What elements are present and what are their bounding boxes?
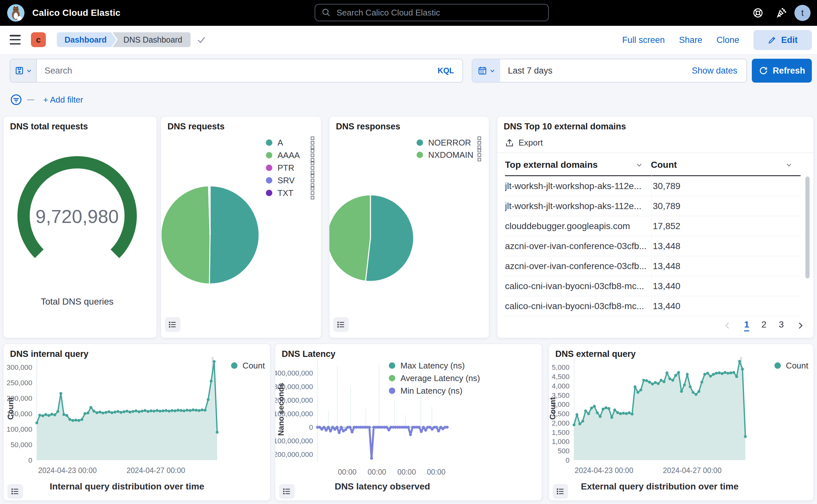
panel-dns-total-requests[interactable]: DNS total requests 9,720,980 Total DNS q… (3, 116, 157, 338)
table-header-row: Top external domains Count (505, 155, 801, 176)
table-row[interactable]: azcni-over-ivan-conference-03cfb... 13,4… (505, 256, 801, 276)
y-axis-title: Nano seconds (277, 383, 285, 436)
panel-list-button[interactable] (165, 317, 180, 332)
app-title: Calico Cloud Elastic (32, 0, 120, 26)
legend-actions-icon[interactable] (311, 136, 314, 149)
legend-actions-icon[interactable] (311, 187, 314, 199)
column-header-domains[interactable]: Top external domains (505, 160, 651, 170)
add-filter-button[interactable]: + Add filter (43, 95, 83, 105)
legend-item-Average Latency (ns)[interactable]: Average Latency (ns) (389, 373, 480, 384)
domain-cell: calico-cni-ivan-byocni-03cfb8-mc... (505, 301, 651, 311)
panel-list-button[interactable] (279, 484, 295, 499)
column-header-count[interactable]: Count (651, 160, 801, 170)
list-icon (337, 320, 346, 329)
legend-actions-icon[interactable] (478, 136, 481, 149)
legend-actions-icon[interactable] (311, 162, 314, 174)
domain-cell: azcni-over-ivan-conference-03cfb... (505, 241, 651, 251)
table-row[interactable]: calico-cni-ivan-byocni-03cfb8-mc... 13,4… (505, 276, 801, 296)
menu-button[interactable] (10, 35, 21, 45)
legend-label: AAAA (277, 150, 300, 160)
page-button-3[interactable]: 3 (779, 319, 784, 331)
legend-item-AAAA[interactable]: AAAA (266, 149, 314, 161)
space-avatar[interactable]: c (31, 32, 46, 47)
calico-logo-icon[interactable] (7, 4, 25, 22)
query-search-input[interactable] (37, 66, 429, 76)
page-button-2[interactable]: 2 (762, 319, 767, 331)
avatar[interactable]: t (794, 5, 811, 21)
pie-slice-AAAA[interactable] (161, 186, 210, 284)
refresh-icon (759, 66, 768, 76)
y-axis-tick: 1,500 (552, 428, 570, 437)
legend-actions-icon[interactable] (478, 149, 481, 161)
global-search-input[interactable] (336, 7, 542, 18)
saved-query-menu-button[interactable] (10, 59, 37, 82)
legend-item-NOERROR[interactable]: NOERROR (417, 136, 481, 149)
legend-label: Max Latency (ns) (400, 361, 465, 371)
table-row[interactable]: jlt-worksh-jlt-workshop-aks-112e... 30,7… (505, 176, 801, 196)
kql-language-button[interactable]: KQL (429, 66, 462, 75)
legend-item-Min Latency (ns)[interactable]: Min Latency (ns) (389, 385, 480, 396)
panel-top-external-domains[interactable]: DNS Top 10 external domains Export Top e… (497, 116, 814, 338)
export-button[interactable]: Export (505, 138, 543, 148)
table-row[interactable]: azcni-over-ivan-conference-03cfb... 13,4… (505, 236, 801, 256)
legend-item-PTR[interactable]: PTR (266, 162, 314, 174)
legend-label: NOERROR (428, 138, 471, 148)
panel-dns-latency[interactable]: DNS Latency 400,000,000300,000,000200,00… (275, 344, 542, 501)
legend-label: Count (243, 361, 265, 371)
filter-icon[interactable] (10, 93, 23, 106)
help-button[interactable] (752, 0, 763, 26)
pie-slice-TXT[interactable] (210, 186, 210, 235)
legend-actions-icon[interactable] (311, 149, 314, 162)
legend-item-A[interactable]: A (266, 136, 314, 149)
legend-actions-icon[interactable] (311, 174, 314, 187)
y-axis-tick: 5,000 (552, 363, 570, 371)
table-row[interactable]: calico-cni-ivan-byocni-03cfb8-mc... 13,4… (505, 296, 801, 316)
user-menu-button[interactable]: t (794, 0, 811, 26)
domain-cell: clouddebugger.googleapis.com (505, 221, 651, 231)
legend-item-TXT[interactable]: TXT (266, 187, 314, 199)
table-row[interactable]: jlt-worksh-jlt-workshop-aks-112e... 30,7… (505, 196, 801, 216)
news-button[interactable] (776, 0, 787, 26)
previous-page-icon[interactable] (723, 321, 732, 330)
edit-button[interactable]: Edit (753, 30, 812, 50)
panel-dns-requests[interactable]: DNS requests A AAAA PTR SRV TXT (161, 116, 321, 338)
app-header: Calico Cloud Elastic t (0, 0, 817, 26)
panel-list-button[interactable] (553, 484, 568, 499)
filter-divider (27, 99, 34, 100)
page-button-1[interactable]: 1 (744, 319, 749, 331)
panel-dns-responses[interactable]: DNS responses NOERROR NXDOMAIN (329, 116, 489, 338)
table-scrollbar[interactable] (805, 176, 810, 278)
x-axis-tick: 00:00 (427, 468, 446, 476)
refresh-button[interactable]: Refresh (752, 59, 812, 83)
global-search[interactable] (315, 4, 549, 21)
legend-label: NXDOMAIN (428, 150, 473, 160)
table-row[interactable]: clouddebugger.googleapis.com 17,852 (505, 216, 801, 236)
pie-slice-A[interactable] (209, 186, 259, 284)
clone-button[interactable]: Clone (716, 35, 739, 45)
date-quick-menu-button[interactable] (472, 59, 500, 82)
panel-dns-internal-query[interactable]: DNS internal query 300,000250,000200,000… (3, 344, 270, 501)
next-page-icon[interactable] (796, 321, 804, 330)
legend-item-Max Latency (ns)[interactable]: Max Latency (ns) (389, 360, 480, 371)
chevron-down-icon (635, 161, 643, 169)
legend-item-Count[interactable]: Count (774, 360, 808, 371)
y-axis-tick: 1,000 (552, 438, 570, 446)
internal-query-chart: 300,000250,000200,000150,000100,00050,00… (4, 344, 270, 500)
share-button[interactable]: Share (679, 35, 702, 45)
legend-item-NXDOMAIN[interactable]: NXDOMAIN (417, 149, 481, 161)
panel-dns-external-query[interactable]: DNS external query 5,0004,5004,0003,5003… (549, 344, 814, 501)
pie-slice-NXDOMAIN[interactable] (329, 195, 370, 281)
legend-item-Count[interactable]: Count (231, 360, 265, 371)
time-range-value[interactable]: Last 7 days (500, 66, 692, 76)
panel-list-button[interactable] (7, 484, 23, 499)
legend-item-SRV[interactable]: SRV (266, 174, 314, 186)
full-screen-button[interactable]: Full screen (622, 35, 665, 45)
panel-list-button[interactable] (333, 317, 349, 332)
pie-slice-NOERROR[interactable] (366, 195, 414, 281)
show-dates-button[interactable]: Show dates (692, 66, 746, 76)
breadcrumb-dashboard[interactable]: Dashboard (57, 32, 116, 47)
x-axis-tick: 2024-04-23 00:00 (575, 466, 633, 475)
count-cell: 30,789 (651, 201, 801, 211)
x-axis-tick: 2024-04-27 00:00 (663, 466, 722, 475)
count-cell: 13,448 (651, 241, 801, 251)
